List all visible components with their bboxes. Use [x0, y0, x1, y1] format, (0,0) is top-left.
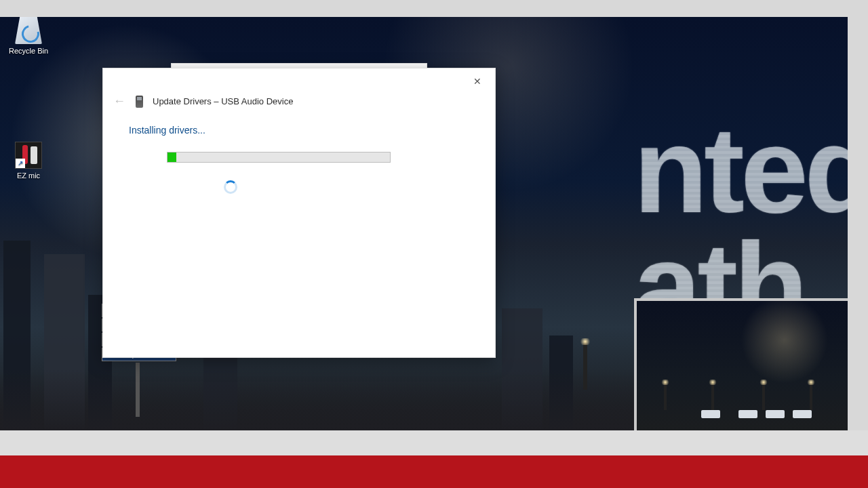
desktop-icon-label: Recycle Bin [4, 47, 53, 55]
back-arrow-icon: ← [113, 94, 125, 108]
letterbox-top [0, 0, 868, 17]
update-drivers-dialog: ✕ ← Update Drivers – USB Audio Device In… [102, 68, 496, 358]
app-shortcut-icon: ↗ [15, 142, 42, 169]
device-icon [136, 96, 143, 108]
shortcut-overlay-icon: ↗ [16, 159, 25, 168]
dialog-header: ← Update Drivers – USB Audio Device [103, 94, 495, 113]
dialog-titlebar[interactable]: ✕ [103, 68, 495, 94]
picture-in-picture-inset [634, 298, 848, 430]
pip-decor [762, 383, 765, 410]
dialog-title: Update Drivers – USB Audio Device [153, 96, 293, 106]
progress-bar [167, 152, 391, 163]
pip-decor [711, 383, 714, 410]
pip-decor [810, 383, 812, 410]
recycle-bin-icon [15, 17, 42, 44]
status-text: Installing drivers... [129, 125, 469, 136]
wallpaper-decor [583, 342, 587, 390]
dialog-body: Installing drivers... [103, 113, 495, 206]
letterbox-right [848, 17, 868, 430]
pip-decor [701, 410, 720, 418]
letterbox-bottom-gap [0, 430, 868, 455]
desktop-icon-recycle-bin[interactable]: Recycle Bin [4, 17, 53, 55]
close-icon: ✕ [473, 76, 481, 87]
pip-decor [793, 410, 812, 418]
pip-decor [738, 410, 757, 418]
desktop-icons: Recycle Bin ↗ EZ mic [4, 17, 53, 199]
pip-decor [664, 383, 667, 410]
bottom-red-bar [0, 455, 868, 488]
pip-decor [766, 410, 785, 418]
desktop-icon-label: EZ mic [4, 171, 53, 180]
close-button[interactable]: ✕ [462, 71, 492, 92]
progress-fill [167, 152, 176, 162]
back-button[interactable]: ← [113, 94, 126, 108]
busy-spinner-icon [224, 180, 237, 194]
desktop-icon-ez-mic[interactable]: ↗ EZ mic [4, 142, 53, 180]
signpost [136, 363, 140, 417]
